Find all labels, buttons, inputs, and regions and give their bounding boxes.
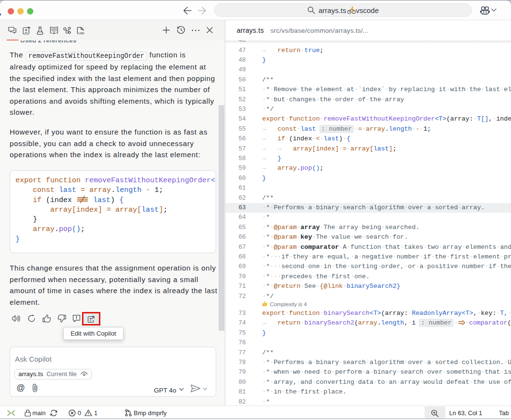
svg-text:LOG: LOG bbox=[79, 32, 84, 35]
